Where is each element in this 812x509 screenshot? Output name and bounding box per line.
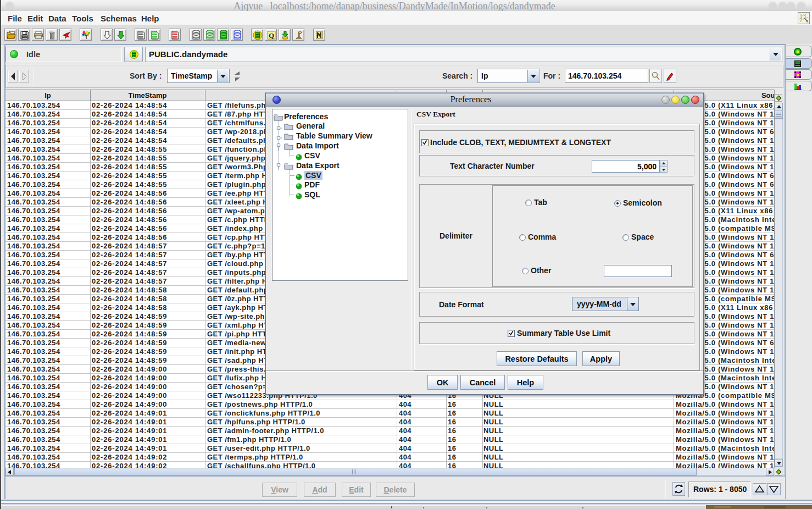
svg-text:Q: Q	[269, 31, 274, 40]
